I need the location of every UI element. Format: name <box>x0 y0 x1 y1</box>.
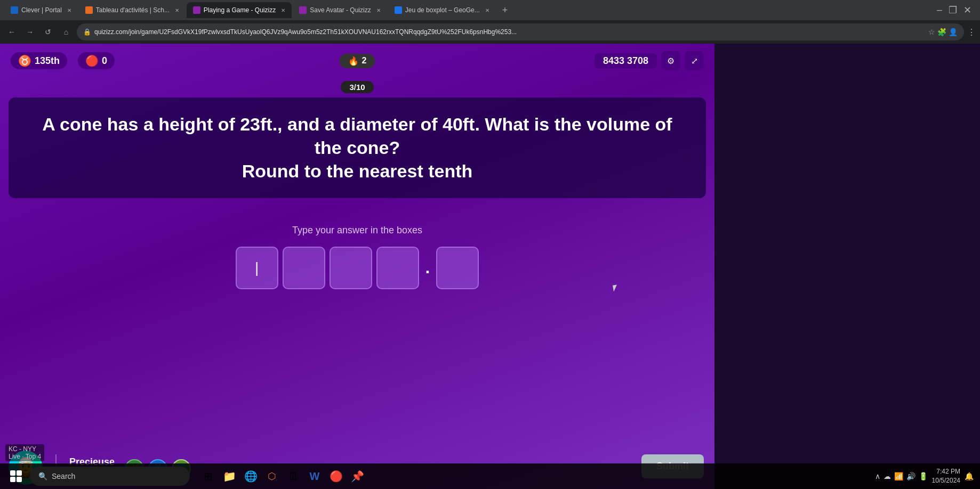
volume-icon[interactable]: 🔊 <box>906 472 915 480</box>
sidebar-area <box>714 44 980 489</box>
question-box: A cone has a height of 23ft., and a diam… <box>9 97 706 198</box>
answer-box-1[interactable] <box>236 247 278 289</box>
tableau-favicon <box>85 6 93 14</box>
save-avatar-favicon <box>299 6 307 14</box>
taskbar-app-chrome[interactable]: 🔴 <box>326 467 346 486</box>
extension-icon[interactable]: 🧩 <box>937 28 946 36</box>
answer-boxes: . <box>236 247 479 289</box>
answer-box-decimal[interactable] <box>436 247 479 289</box>
settings-button[interactable]: ⚙ <box>661 51 680 70</box>
score-badge: 🔴 0 <box>78 52 115 69</box>
taskbar-datetime: 7:42 PM 10/5/2024 <box>932 467 960 485</box>
tab-tableau-close[interactable]: ✕ <box>175 7 179 13</box>
answer-box-2[interactable] <box>283 247 325 289</box>
answer-area: Type your answer in the boxes . <box>0 225 714 289</box>
streak-center: 🔥 2 <box>340 54 375 68</box>
taskbar-search[interactable]: 🔍 Search <box>30 467 190 486</box>
tab-jeu-close[interactable]: ✕ <box>485 7 489 13</box>
close-button[interactable]: ✕ <box>963 4 971 16</box>
tab-jeu-label: Jeu de boxplot – GeoGe... <box>405 6 480 14</box>
minimize-button[interactable]: – <box>937 4 942 16</box>
cloud-icon[interactable]: ☁ <box>883 472 891 480</box>
taskbar-app-widget[interactable]: 🗓 <box>284 467 303 486</box>
browser-menu-button[interactable]: ⋮ <box>967 27 976 37</box>
hud-top: ♉ 135th 🔴 0 🔥 2 8433 3708 ⚙ ⤢ <box>0 44 714 78</box>
rank-badge: ♉ 135th <box>11 52 67 69</box>
streak-value: 2 <box>362 56 367 66</box>
question-text: A cone has a height of 23ft., and a diam… <box>30 112 685 183</box>
fire-icon: 🔴 <box>85 54 99 67</box>
tab-quizizz-close[interactable]: ✕ <box>281 7 285 13</box>
game-code-text: 8433 3708 <box>595 53 657 69</box>
game-info-line2: Live · Top 4 <box>9 453 41 460</box>
windows-icon <box>10 470 22 482</box>
streak-badge: 🔥 2 <box>340 54 375 68</box>
address-bar[interactable]: 🔒 quizizz.com/join/game/U2FsdGVkX19fPzwl… <box>77 23 964 40</box>
search-text: Search <box>52 472 75 480</box>
back-button[interactable]: ← <box>4 25 19 39</box>
taskbar-apps: ⊞ 📁 🌐 ⬡ 🗓 W 🔴 📌 <box>198 467 367 486</box>
forward-button[interactable]: → <box>22 25 37 39</box>
task-view-button[interactable]: ⊞ <box>198 467 218 486</box>
quizizz-favicon <box>193 6 200 14</box>
taskbar-time-value: 7:42 PM <box>932 467 960 476</box>
fullscreen-button[interactable]: ⤢ <box>685 51 704 70</box>
taskbar-right: ∧ ☁ 📶 🔊 🔋 7:42 PM 10/5/2024 🔔 <box>875 467 974 485</box>
jeu-favicon <box>395 6 402 14</box>
taskbar-app-browser2[interactable]: ⬡ <box>262 467 282 486</box>
rank-icon: ♉ <box>18 54 31 67</box>
tab-jeu[interactable]: Jeu de boxplot – GeoGe... ✕ <box>388 2 495 18</box>
tab-clever-close[interactable]: ✕ <box>67 7 71 13</box>
chevron-up-icon[interactable]: ∧ <box>875 472 880 480</box>
bottom-left-info: KC - NYY Live · Top 4 <box>5 444 44 461</box>
answer-box-4[interactable] <box>376 247 419 289</box>
wifi-icon[interactable]: 📶 <box>894 472 903 480</box>
score-value: 0 <box>102 55 107 67</box>
game-area: ♉ 135th 🔴 0 🔥 2 8433 3708 ⚙ ⤢ 3/10 A con… <box>0 44 714 489</box>
tab-save-avatar[interactable]: Save Avatar - Quizizz ✕ <box>293 2 387 18</box>
taskbar-app-word[interactable]: W <box>305 467 324 486</box>
bookmark-icon[interactable]: ☆ <box>928 28 935 36</box>
rank-value: 135th <box>35 55 60 67</box>
answer-instruction: Type your answer in the boxes <box>292 225 422 236</box>
restore-button[interactable]: ❐ <box>949 4 957 16</box>
tab-bar: Clever | Portal ✕ Tableau d'activités | … <box>0 0 980 20</box>
taskbar-app-extra[interactable]: 📌 <box>348 467 367 486</box>
decimal-separator: . <box>425 258 430 278</box>
address-bar-row: ← → ↺ ⌂ 🔒 quizizz.com/join/game/U2FsdGVk… <box>0 20 980 44</box>
tab-save-avatar-label: Save Avatar - Quizizz <box>310 6 371 14</box>
tab-tableau[interactable]: Tableau d'activités | Sch... ✕ <box>79 2 186 18</box>
reload-button[interactable]: ↺ <box>41 25 55 39</box>
clever-favicon <box>11 6 18 14</box>
profile-icon[interactable]: 👤 <box>949 28 958 36</box>
game-info-line1: KC - NYY <box>9 445 41 453</box>
taskbar-app-files[interactable]: 📁 <box>220 467 239 486</box>
question-counter: 3/10 <box>341 81 373 93</box>
notification-icon[interactable]: 🔔 <box>965 472 974 480</box>
browser-chrome: Clever | Portal ✕ Tableau d'activités | … <box>0 0 980 44</box>
taskbar-icons: ∧ ☁ 📶 🔊 🔋 <box>875 472 928 480</box>
taskbar-date-value: 10/5/2024 <box>932 476 960 485</box>
tab-save-avatar-close[interactable]: ✕ <box>376 7 381 13</box>
home-button[interactable]: ⌂ <box>59 25 74 39</box>
new-tab-button[interactable]: + <box>496 2 515 18</box>
tab-tableau-label: Tableau d'activités | Sch... <box>96 6 170 14</box>
search-icon: 🔍 <box>38 472 47 480</box>
tab-clever-label: Clever | Portal <box>21 6 62 14</box>
tab-quizizz-label: Playing a Game - Quizizz <box>204 6 276 14</box>
address-text: quizizz.com/join/game/U2FsdGVkX19fPzwlvx… <box>94 28 517 36</box>
question-counter-wrap: 3/10 <box>0 81 714 93</box>
taskbar: 🔍 Search ⊞ 📁 🌐 ⬡ 🗓 W 🔴 📌 ∧ ☁ 📶 🔊 🔋 7:42 … <box>0 463 980 489</box>
tab-clever[interactable]: Clever | Portal ✕ <box>4 2 78 18</box>
game-code-area: 8433 3708 ⚙ ⤢ <box>595 51 704 70</box>
tab-quizizz[interactable]: Playing a Game - Quizizz ✕ <box>187 2 292 18</box>
taskbar-app-browser1[interactable]: 🌐 <box>241 467 260 486</box>
start-button[interactable] <box>6 467 26 486</box>
battery-icon[interactable]: 🔋 <box>919 472 928 480</box>
answer-box-3[interactable] <box>330 247 372 289</box>
streak-fire-icon: 🔥 <box>348 56 359 66</box>
